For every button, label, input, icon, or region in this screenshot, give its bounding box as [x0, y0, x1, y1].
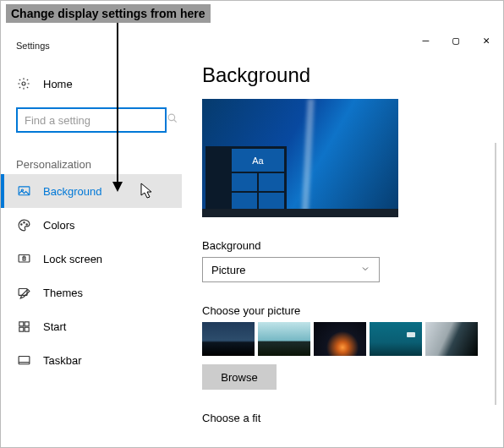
svg-line-4: [174, 120, 177, 123]
picture-thumbnail[interactable]: [425, 322, 478, 356]
close-button[interactable]: ✕: [483, 35, 490, 46]
svg-point-9: [25, 223, 26, 224]
sidebar-item-taskbar[interactable]: Taskbar: [1, 343, 182, 377]
background-dropdown[interactable]: Picture: [202, 257, 380, 282]
lockscreen-icon: [16, 252, 31, 266]
sidebar-item-label: Lock screen: [43, 253, 102, 265]
svg-point-7: [20, 223, 21, 224]
browse-button[interactable]: Browse: [202, 364, 277, 390]
sidebar-item-colors[interactable]: Colors: [1, 208, 182, 242]
search-box[interactable]: [16, 107, 167, 133]
preview-start-menu: Aa: [205, 146, 287, 209]
section-label: Personalization: [1, 143, 182, 174]
sidebar-item-start[interactable]: Start: [1, 309, 182, 343]
desktop-preview: Aa: [202, 99, 398, 217]
maximize-button[interactable]: ▢: [452, 35, 459, 46]
taskbar-icon: [16, 353, 31, 368]
search-input[interactable]: [25, 114, 167, 127]
choose-picture-label: Choose your picture: [202, 304, 478, 317]
home-button[interactable]: Home: [1, 67, 182, 101]
themes-icon: [16, 286, 31, 300]
gear-icon: [16, 77, 31, 90]
choose-fit-label: Choose a fit: [202, 412, 478, 424]
svg-point-2: [22, 82, 25, 85]
svg-rect-15: [19, 327, 23, 331]
sidebar: Home Personalization Background Colors: [1, 52, 182, 447]
start-icon: [16, 320, 31, 334]
background-value: Picture: [211, 264, 245, 276]
picture-thumbnail[interactable]: [258, 322, 310, 356]
sidebar-item-label: Themes: [43, 287, 83, 299]
home-label: Home: [43, 78, 73, 90]
background-label: Background: [202, 239, 478, 252]
window-title: Settings: [16, 41, 50, 51]
search-icon: [167, 112, 178, 128]
annotation-label: Change display settings from here: [6, 4, 211, 23]
svg-rect-16: [25, 327, 29, 331]
picture-thumbnail[interactable]: [370, 322, 422, 356]
picture-thumbnail[interactable]: [314, 322, 366, 356]
svg-rect-13: [19, 321, 23, 325]
preview-taskbar: [202, 209, 398, 217]
sidebar-item-lockscreen[interactable]: Lock screen: [1, 242, 182, 276]
page-title: Background: [202, 63, 478, 87]
chevron-down-icon: [360, 264, 370, 276]
sidebar-item-label: Taskbar: [43, 354, 82, 367]
picture-thumbnail[interactable]: [202, 322, 255, 356]
svg-point-3: [168, 114, 175, 121]
svg-rect-11: [23, 258, 25, 260]
preview-tile-sample: Aa: [232, 149, 284, 172]
sidebar-item-background[interactable]: Background: [1, 174, 182, 208]
content-pane: Background Aa Background Picture Choose …: [182, 52, 503, 447]
svg-rect-14: [25, 321, 29, 325]
sidebar-item-label: Colors: [43, 219, 75, 232]
sidebar-item-label: Background: [43, 185, 101, 198]
picture-icon: [16, 184, 31, 199]
svg-point-8: [23, 221, 24, 222]
minimize-button[interactable]: —: [423, 35, 430, 46]
sidebar-item-themes[interactable]: Themes: [1, 276, 182, 309]
scrollbar[interactable]: [495, 143, 496, 405]
picture-thumbnails: [202, 322, 478, 356]
palette-icon: [16, 218, 31, 232]
svg-rect-17: [19, 356, 30, 363]
sidebar-item-label: Start: [43, 320, 66, 333]
